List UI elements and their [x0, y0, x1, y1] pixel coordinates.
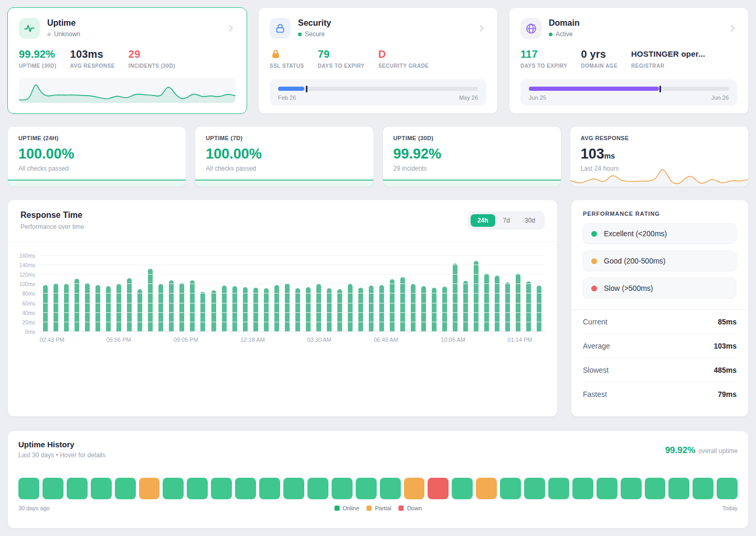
uptime-day-block-online[interactable]	[500, 478, 521, 499]
response-bar[interactable]	[463, 281, 468, 332]
response-bar[interactable]	[137, 289, 142, 332]
uptime-day-block-down[interactable]	[428, 478, 449, 499]
response-bar[interactable]	[127, 278, 132, 332]
response-bar[interactable]	[285, 283, 290, 332]
performance-stats: Current 85ms Average 103ms Slowest 485ms…	[583, 310, 737, 406]
response-bar[interactable]	[348, 284, 353, 332]
response-bar[interactable]	[390, 279, 395, 332]
uptime-day-block-online[interactable]	[548, 478, 569, 499]
response-bar[interactable]	[274, 285, 279, 332]
uptime-day-block-online[interactable]	[235, 478, 256, 499]
response-bar[interactable]	[211, 290, 216, 332]
uptime-day-block-online[interactable]	[259, 478, 280, 499]
y-axis-tick: 80ms	[23, 291, 35, 297]
response-bar[interactable]	[85, 283, 90, 332]
chevron-right-icon[interactable]	[728, 24, 737, 33]
response-bar[interactable]	[264, 288, 269, 332]
uptime-day-block-online[interactable]	[693, 478, 714, 499]
chevron-right-icon[interactable]	[477, 24, 486, 33]
tab-7d[interactable]: 7d	[496, 214, 517, 227]
x-axis-label: 02:43 PM	[40, 337, 65, 343]
uptime-day-block-online[interactable]	[452, 478, 473, 499]
response-bar[interactable]	[474, 261, 478, 332]
tab-30d[interactable]: 30d	[518, 214, 542, 227]
uptime-day-block-online[interactable]	[332, 478, 353, 499]
response-time-header: Response Time Performance over time 24h …	[8, 200, 557, 241]
response-bar[interactable]	[200, 292, 205, 332]
uptime-day-block-online[interactable]	[115, 478, 136, 499]
status-text: Secure	[305, 30, 325, 38]
response-bar[interactable]	[148, 269, 153, 332]
pulse-icon	[19, 18, 40, 39]
response-bar[interactable]	[432, 288, 436, 332]
uptime-day-block-online[interactable]	[572, 478, 593, 499]
chevron-right-icon[interactable]	[226, 24, 236, 33]
uptime-day-block-online[interactable]	[380, 478, 401, 499]
response-bar[interactable]	[400, 277, 405, 332]
overall-uptime-value: 99.92%	[665, 445, 696, 456]
uptime-day-block-online[interactable]	[91, 478, 112, 499]
response-bar[interactable]	[179, 283, 184, 332]
uptime-day-block-online[interactable]	[67, 478, 88, 499]
legend-partial: Partial	[367, 505, 391, 511]
response-bar[interactable]	[306, 287, 311, 332]
uptime-summary-card[interactable]: Uptime Unknown 99.92% UPTIME (30D) 103ms	[7, 7, 247, 114]
response-bar[interactable]	[64, 284, 69, 332]
response-bar[interactable]	[411, 284, 416, 332]
response-bar[interactable]	[169, 280, 174, 332]
response-bar[interactable]	[505, 282, 510, 332]
y-axis-tick: 100ms	[19, 281, 35, 287]
y-axis-tick: 140ms	[19, 262, 35, 268]
response-bar[interactable]	[327, 288, 332, 332]
flat-sparkline	[195, 180, 373, 186]
x-axis-label: 10:05 AM	[441, 337, 465, 343]
ssl-expiry-progress: Feb 26 May 26	[270, 79, 486, 106]
uptime-day-block-online[interactable]	[645, 478, 666, 499]
response-bar[interactable]	[495, 276, 499, 332]
response-bar[interactable]	[95, 285, 100, 332]
response-bar[interactable]	[316, 284, 321, 332]
uptime-day-block-online[interactable]	[621, 478, 642, 499]
uptime-day-block-online[interactable]	[283, 478, 304, 499]
uptime-sparkline	[19, 78, 236, 103]
response-bar[interactable]	[116, 284, 121, 332]
response-bar[interactable]	[190, 280, 195, 332]
uptime-day-block-partial[interactable]	[139, 478, 160, 499]
card-titles: Uptime Unknown	[47, 18, 80, 38]
uptime-day-block-partial[interactable]	[476, 478, 497, 499]
uptime-day-block-online[interactable]	[524, 478, 545, 499]
tab-24h[interactable]: 24h	[471, 214, 495, 227]
uptime-day-block-online[interactable]	[356, 478, 377, 499]
response-bar[interactable]	[253, 288, 258, 332]
uptime-day-block-online[interactable]	[42, 478, 63, 499]
uptime-day-block-online[interactable]	[18, 478, 39, 499]
section-title: Response Time	[20, 211, 84, 220]
response-bar[interactable]	[74, 279, 79, 332]
response-bar[interactable]	[43, 285, 48, 332]
section-subtitle: Last 30 days • Hover for details	[18, 451, 105, 459]
uptime-day-block-online[interactable]	[307, 478, 328, 499]
x-axis-label: 12:18 AM	[240, 337, 264, 343]
flat-sparkline	[8, 180, 186, 186]
status-row: Active	[549, 30, 580, 38]
uptime-day-block-online[interactable]	[187, 478, 208, 499]
uptime-day-block-partial[interactable]	[404, 478, 425, 499]
uptime-day-block-online[interactable]	[597, 478, 617, 499]
response-bar[interactable]	[54, 283, 58, 332]
response-bar[interactable]	[158, 284, 163, 332]
response-bar[interactable]	[337, 289, 342, 332]
y-axis-tick: 0ms	[25, 329, 35, 335]
uptime-day-block-online[interactable]	[668, 478, 689, 499]
stat-fastest: Fastest 79ms	[583, 382, 737, 406]
response-bar[interactable]	[526, 281, 531, 332]
uptime-day-block-online[interactable]	[211, 478, 232, 499]
uptime-day-block-online[interactable]	[717, 478, 738, 499]
response-bar[interactable]	[243, 287, 248, 332]
response-bar[interactable]	[295, 288, 300, 332]
uptime-day-block-online[interactable]	[163, 478, 184, 499]
response-bar[interactable]	[379, 285, 384, 332]
card-header: Domain Active	[520, 18, 737, 39]
security-summary-card[interactable]: Security Secure SSL STATUS	[258, 7, 498, 114]
domain-summary-card[interactable]: Domain Active 117 DAYS TO EXPIRY 0 yrs	[509, 7, 749, 114]
response-bar[interactable]	[358, 288, 363, 332]
